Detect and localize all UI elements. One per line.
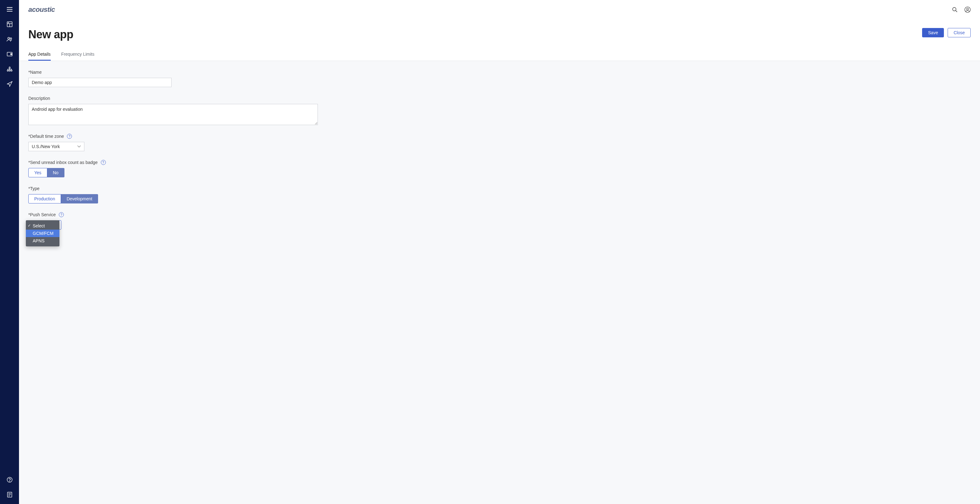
push-label: *Push Service ?: [28, 212, 64, 217]
users-icon[interactable]: [6, 36, 13, 42]
description-label: Description: [28, 96, 50, 101]
wallet-icon[interactable]: [6, 51, 13, 57]
page-header: New app Save Close: [19, 19, 980, 41]
timezone-value: U.S./New York: [32, 144, 77, 149]
user-avatar-icon[interactable]: [964, 6, 970, 13]
page-title: New app: [28, 28, 73, 41]
close-button[interactable]: Close: [948, 28, 970, 37]
left-sidebar: [0, 0, 19, 504]
svg-point-13: [7, 70, 8, 71]
type-toggle: Production Development: [28, 194, 98, 203]
svg-point-6: [8, 22, 9, 23]
save-button[interactable]: Save: [922, 28, 944, 37]
tab-app-details[interactable]: App Details: [28, 49, 51, 61]
main-content: acoustic New app Save Close App Details …: [19, 0, 980, 504]
help-icon[interactable]: ?: [59, 212, 64, 217]
svg-line-28: [956, 11, 957, 12]
help-icon[interactable]: ?: [101, 160, 106, 165]
push-option-gcm[interactable]: GCM/FCM: [26, 230, 59, 237]
type-development-button[interactable]: Development: [61, 194, 99, 203]
name-label: *Name: [28, 70, 42, 74]
svg-point-14: [9, 70, 10, 71]
name-input[interactable]: [28, 78, 172, 87]
topbar: acoustic: [19, 0, 980, 19]
chevron-down-icon: [77, 145, 81, 148]
menu-icon[interactable]: [6, 6, 13, 13]
field-description: Description: [28, 96, 970, 125]
push-label-text: *Push Service: [28, 212, 56, 217]
svg-point-11: [11, 54, 11, 54]
badge-label: *Send unread inbox count as badge ?: [28, 160, 106, 165]
form-area: *Name Description *Default time zone ? U…: [19, 61, 980, 504]
badge-label-text: *Send unread inbox count as badge: [28, 160, 98, 165]
badge-toggle: Yes No: [28, 168, 64, 178]
svg-point-7: [8, 37, 10, 39]
tabs: App Details Frequency Limits: [19, 41, 980, 61]
svg-point-27: [953, 8, 956, 11]
type-label: *Type: [28, 186, 40, 191]
tab-frequency-limits[interactable]: Frequency Limits: [61, 49, 95, 61]
svg-point-8: [10, 38, 11, 40]
field-name: *Name: [28, 70, 970, 87]
push-service-dropdown: Select GCM/FCM APNS: [26, 220, 59, 246]
timezone-label-text: *Default time zone: [28, 134, 64, 139]
field-type: *Type Production Development: [28, 186, 970, 203]
svg-point-30: [967, 8, 969, 10]
brand-logo: acoustic: [28, 6, 55, 14]
badge-no-button[interactable]: No: [47, 168, 64, 178]
timezone-label: *Default time zone ?: [28, 134, 72, 139]
push-option-select[interactable]: Select: [26, 222, 59, 230]
badge-yes-button[interactable]: Yes: [28, 168, 47, 178]
notes-icon[interactable]: [6, 491, 13, 498]
svg-point-12: [9, 67, 10, 68]
help-icon[interactable]: ?: [67, 134, 72, 139]
timezone-select[interactable]: U.S./New York: [28, 142, 84, 151]
type-production-button[interactable]: Production: [28, 194, 61, 203]
help-icon[interactable]: [6, 477, 13, 483]
send-icon[interactable]: [6, 81, 13, 87]
push-option-apns[interactable]: APNS: [26, 237, 59, 244]
svg-point-15: [11, 70, 12, 71]
search-icon[interactable]: [952, 7, 958, 13]
description-textarea[interactable]: [28, 104, 318, 125]
field-push-service: *Push Service ? Select Select GCM/FCM AP…: [28, 212, 970, 230]
field-timezone: *Default time zone ? U.S./New York: [28, 134, 970, 151]
sitemap-icon[interactable]: [6, 66, 13, 72]
field-badge: *Send unread inbox count as badge ? Yes …: [28, 160, 970, 178]
dashboard-icon[interactable]: [6, 21, 13, 27]
